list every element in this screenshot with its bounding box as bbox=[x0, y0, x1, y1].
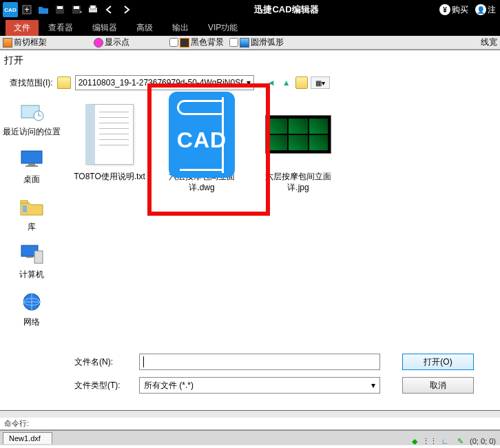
tool-lw[interactable]: 线宽 bbox=[481, 37, 497, 48]
tool-crop[interactable]: 前切框架 bbox=[14, 37, 47, 48]
crop-icon[interactable] bbox=[3, 38, 12, 48]
sidebar-computer[interactable]: 计算机 bbox=[19, 243, 45, 281]
menu-viewer[interactable]: 查看器 bbox=[39, 21, 83, 35]
filename-input[interactable] bbox=[139, 354, 380, 370]
save-as-icon[interactable]: * bbox=[69, 2, 84, 17]
yen-icon: ¥ bbox=[439, 4, 450, 15]
jpg-thumb-icon bbox=[265, 115, 331, 154]
command-line-label: 命令行: bbox=[0, 418, 500, 430]
svg-rect-18 bbox=[34, 251, 43, 263]
filetype-label: 文件类型(T): bbox=[74, 380, 131, 391]
nav-back-icon[interactable]: ◄ bbox=[265, 77, 278, 89]
text-cursor bbox=[143, 356, 144, 367]
buy-button[interactable]: ¥购买 bbox=[439, 4, 468, 16]
file-item-dwg[interactable]: CAD 六层按摩包间立面详.dwg bbox=[161, 101, 242, 193]
bg-checkbox[interactable] bbox=[169, 38, 178, 47]
coordinates: (0; 0; 0) bbox=[470, 437, 496, 445]
file-item-txt[interactable]: TO8TO使用说明.txt bbox=[69, 101, 150, 183]
point-icon[interactable] bbox=[94, 38, 103, 48]
svg-text:*: * bbox=[80, 10, 82, 15]
filetype-dropdown[interactable]: 所有文件 (*.*) ▾ bbox=[139, 377, 380, 394]
path-dropdown[interactable]: 20110803_19-1-273676979d-50-4WgRiN0Sf ▾ bbox=[75, 75, 254, 90]
titlebar: CAD + * 迅捷CAD编辑器 ¥购买 👤注 bbox=[0, 0, 500, 19]
desktop-icon bbox=[19, 147, 45, 171]
arc-checkbox[interactable] bbox=[229, 38, 238, 47]
network-icon bbox=[19, 290, 45, 314]
scope-label: 查找范围(I): bbox=[10, 77, 53, 89]
sidebar-recent[interactable]: 最近访问的位置 bbox=[3, 100, 61, 138]
svg-rect-14 bbox=[21, 201, 28, 203]
open-button[interactable]: 打开(O) bbox=[402, 354, 474, 370]
menu-editor[interactable]: 编辑器 bbox=[83, 21, 127, 35]
status-bar-right: ◆ ⋮⋮ ∟ ✎ (0; 0; 0) bbox=[409, 436, 496, 447]
file-item-jpg[interactable]: 六层按摩包间立面详.jpg bbox=[258, 101, 339, 193]
new-file-icon[interactable]: + bbox=[19, 2, 34, 17]
svg-rect-5 bbox=[74, 6, 79, 9]
dialog-title: 打开 bbox=[0, 50, 499, 74]
view-menu-icon[interactable]: ▦▾ bbox=[311, 77, 330, 89]
chevron-down-icon: ▾ bbox=[247, 78, 251, 88]
cad-file-icon: CAD bbox=[169, 92, 235, 178]
status-icon-3[interactable]: ∟ bbox=[439, 436, 450, 447]
svg-rect-3 bbox=[57, 6, 63, 9]
bg-icon bbox=[180, 38, 189, 48]
txt-file-icon bbox=[85, 104, 134, 165]
svg-rect-11 bbox=[21, 151, 42, 163]
tool-show[interactable]: 显示点 bbox=[105, 37, 129, 48]
file-list[interactable]: TO8TO使用说明.txt CAD 六层按摩包间立面详.dwg 六层按摩包间立面… bbox=[63, 94, 499, 349]
undo-icon[interactable] bbox=[102, 2, 117, 17]
svg-rect-12 bbox=[28, 163, 35, 165]
svg-rect-8 bbox=[90, 6, 96, 9]
sidebar-library[interactable]: 库 bbox=[19, 195, 45, 233]
sidebar-desktop[interactable]: 桌面 bbox=[19, 147, 45, 185]
app-logo-icon: CAD bbox=[3, 2, 18, 17]
status-icon-2[interactable]: ⋮⋮ bbox=[424, 436, 435, 447]
places-sidebar: 最近访问的位置 桌面 库 计算机 网络 bbox=[0, 94, 63, 349]
filename-label: 文件名(N): bbox=[74, 356, 131, 368]
new-folder-icon[interactable] bbox=[295, 77, 308, 89]
svg-rect-17 bbox=[26, 256, 33, 258]
menu-output[interactable]: 输出 bbox=[163, 21, 198, 35]
tool-bg[interactable]: 黑色背景 bbox=[191, 37, 224, 48]
document-tab[interactable]: New1.dxf bbox=[3, 432, 52, 444]
user-icon: 👤 bbox=[475, 4, 486, 15]
library-icon bbox=[19, 195, 45, 218]
nav-up-icon[interactable]: ▲ bbox=[280, 77, 293, 89]
app-title: 迅捷CAD编辑器 bbox=[134, 3, 439, 16]
redo-icon[interactable] bbox=[118, 2, 134, 17]
open-file-icon[interactable] bbox=[36, 2, 51, 17]
menubar: 文件 查看器 编辑器 高级 输出 VIP功能 bbox=[0, 19, 500, 36]
register-button[interactable]: 👤注 bbox=[475, 4, 496, 16]
folder-icon bbox=[57, 77, 71, 89]
save-icon[interactable] bbox=[52, 2, 67, 17]
status-icon-4[interactable]: ✎ bbox=[455, 436, 466, 447]
recent-places-icon bbox=[19, 100, 45, 123]
cancel-button[interactable]: 取消 bbox=[402, 377, 474, 394]
chevron-down-icon: ▾ bbox=[371, 380, 375, 390]
computer-icon bbox=[19, 243, 45, 266]
open-dialog: 打开 查找范围(I): 20110803_19-1-273676979d-50-… bbox=[0, 50, 500, 410]
print-icon[interactable] bbox=[85, 2, 101, 17]
menu-vip[interactable]: VIP功能 bbox=[198, 21, 247, 35]
ribbon-toolbar: 前切框架 显示点 黑色背景 圆滑弧形 线宽 bbox=[0, 36, 500, 50]
svg-rect-13 bbox=[25, 165, 38, 167]
menu-file[interactable]: 文件 bbox=[6, 20, 39, 36]
tool-arc[interactable]: 圆滑弧形 bbox=[251, 37, 284, 48]
svg-text:+: + bbox=[24, 5, 29, 14]
menu-advanced[interactable]: 高级 bbox=[127, 21, 163, 35]
status-icon-1[interactable]: ◆ bbox=[409, 436, 420, 447]
sidebar-network[interactable]: 网络 bbox=[19, 290, 45, 328]
arc-icon bbox=[240, 38, 249, 48]
svg-rect-15 bbox=[23, 205, 27, 212]
